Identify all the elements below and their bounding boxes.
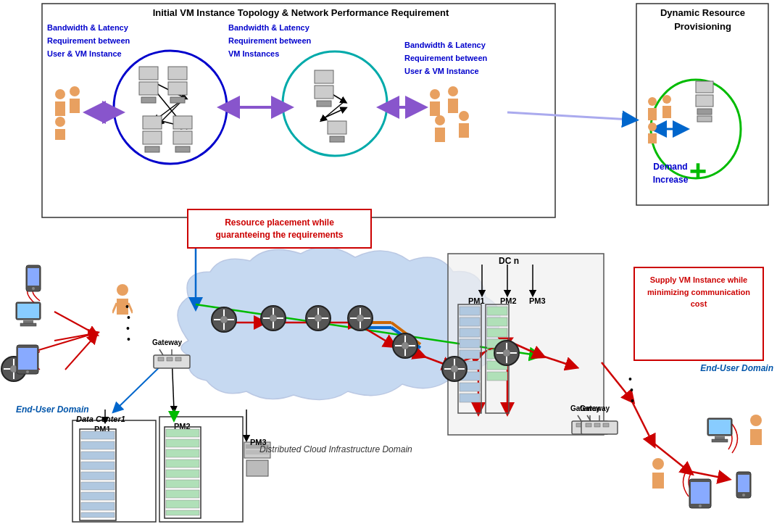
svg-rect-88: [435, 128, 445, 142]
desktop-icon: [14, 301, 42, 331]
svg-rect-136: [166, 490, 199, 498]
svg-point-207: [750, 415, 762, 426]
bandwidth-label-mid: Bandwidth & Latency Requirement between …: [228, 20, 315, 59]
svg-rect-213: [691, 482, 710, 504]
svg-rect-172: [158, 357, 164, 361]
svg-point-198: [26, 370, 29, 373]
vm-server-3: [141, 115, 163, 157]
svg-rect-186: [603, 423, 609, 427]
svg-point-215: [652, 458, 664, 470]
svg-rect-124: [81, 472, 115, 480]
svg-rect-69: [315, 86, 333, 99]
signal-dots-3: •: [126, 323, 130, 334]
vm-server-1: [138, 65, 159, 108]
svg-rect-99: [460, 317, 480, 326]
vm-server-2: [167, 65, 188, 108]
end-user-domain-right: End-User Domain: [700, 361, 773, 374]
svg-rect-208: [750, 429, 762, 445]
svg-rect-171: [154, 355, 190, 368]
signal-dots-4: •: [127, 333, 130, 345]
signal-dots-right-1: •: [628, 373, 632, 385]
router-6: [441, 355, 468, 386]
main-diagram: +: [0, 0, 777, 532]
svg-point-199: [117, 284, 128, 296]
svg-rect-133: [166, 460, 199, 467]
svg-point-81: [55, 117, 65, 127]
svg-line-43: [689, 471, 725, 478]
user-group-left-top: [49, 86, 93, 143]
bandwidth-label-left: Bandwidth & Latency Requirement between …: [47, 20, 130, 59]
svg-point-211: [742, 494, 745, 496]
resource-placement-box: Resource placement whileguaranteeing the…: [187, 209, 372, 249]
svg-rect-84: [430, 101, 440, 116]
router-4: [346, 304, 374, 335]
smartphone-icon: [25, 265, 41, 295]
router-7: [493, 339, 520, 370]
demand-increase-label: Demand Increase: [641, 159, 699, 186]
svg-rect-64: [145, 146, 159, 152]
svg-rect-66: [173, 131, 192, 144]
svg-rect-173: [167, 357, 173, 361]
svg-point-77: [55, 89, 65, 99]
svg-rect-204: [709, 420, 731, 434]
svg-line-33: [540, 355, 573, 366]
svg-rect-174: [175, 357, 181, 361]
svg-line-201: [112, 303, 117, 313]
top-box-title: Initial VM Instance Topology & Network P…: [47, 6, 554, 19]
svg-rect-56: [139, 67, 158, 80]
svg-line-187: [587, 415, 591, 421]
svg-rect-106: [460, 394, 480, 402]
svg-rect-73: [696, 81, 713, 93]
svg-rect-183: [581, 421, 618, 434]
svg-rect-131: [166, 439, 199, 447]
tablet-icon-left: [16, 344, 39, 378]
svg-rect-121: [81, 441, 115, 449]
svg-rect-114: [487, 372, 507, 381]
svg-rect-123: [81, 462, 115, 470]
dc1-rack-pm1: [78, 428, 118, 525]
svg-rect-75: [697, 109, 712, 115]
svg-point-142: [220, 316, 228, 323]
svg-rect-58: [141, 97, 156, 103]
user-group-dynamic: [644, 94, 680, 148]
svg-point-191: [32, 287, 35, 290]
svg-rect-72: [330, 136, 344, 142]
svg-rect-128: [81, 512, 115, 518]
svg-line-40: [602, 362, 631, 399]
router-3: [304, 304, 332, 335]
svg-point-150: [315, 315, 322, 322]
svg-rect-127: [81, 502, 115, 510]
router-2: [259, 304, 287, 335]
svg-rect-60: [168, 82, 187, 95]
svg-rect-71: [328, 121, 346, 134]
vm-server-dynamic: [694, 80, 715, 126]
svg-point-95: [648, 122, 657, 131]
signal-dots-right-2: •: [630, 384, 633, 396]
svg-point-83: [430, 89, 440, 99]
supply-vm-box: Supply VM Instance while minimizing comm…: [633, 267, 764, 361]
svg-rect-184: [586, 423, 591, 427]
svg-rect-94: [662, 106, 671, 118]
svg-rect-137: [166, 500, 199, 508]
svg-rect-78: [55, 101, 65, 116]
svg-line-47: [65, 337, 94, 370]
svg-rect-92: [648, 108, 657, 120]
pm3-label-dcn: PM3: [529, 294, 546, 307]
svg-rect-122: [81, 452, 115, 460]
svg-rect-70: [317, 101, 331, 107]
svg-rect-205: [715, 436, 725, 439]
svg-rect-108: [487, 307, 507, 315]
svg-point-89: [459, 111, 469, 121]
svg-point-162: [451, 365, 458, 373]
svg-rect-68: [315, 70, 333, 83]
distributed-cloud-label: Distributed Cloud Infrastructure Domain: [259, 442, 412, 455]
svg-rect-74: [696, 95, 713, 107]
svg-line-175: [159, 349, 163, 355]
signal-dots-1: •: [125, 301, 129, 312]
svg-rect-59: [168, 67, 187, 80]
svg-line-44: [54, 312, 94, 333]
svg-point-154: [357, 315, 364, 322]
svg-rect-135: [166, 480, 199, 488]
svg-rect-138: [166, 510, 199, 515]
svg-rect-125: [81, 482, 115, 490]
